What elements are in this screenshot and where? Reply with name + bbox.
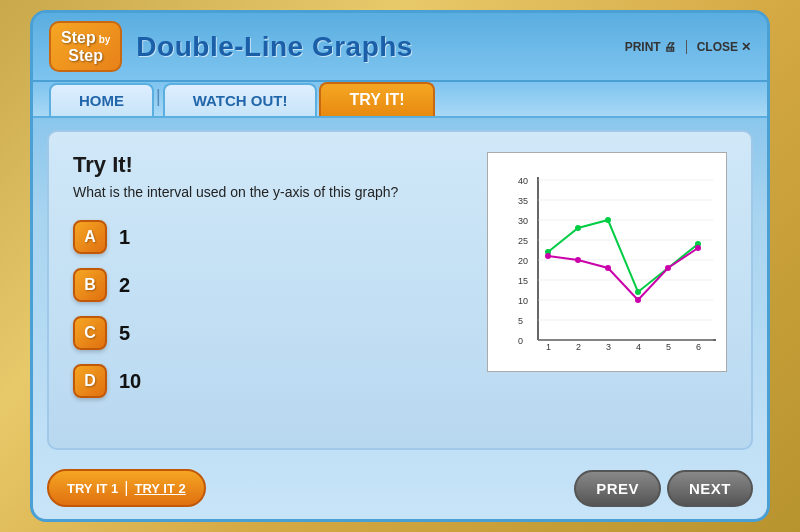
question-text: What is the interval used on the y-axis …: [73, 184, 467, 200]
next-button[interactable]: NEXT: [667, 470, 753, 507]
try-it-2-tab[interactable]: TRY IT 2: [134, 481, 185, 496]
left-panel: Try It! What is the interval used on the…: [73, 152, 467, 428]
tab-separator-1: |: [156, 86, 161, 113]
svg-point-35: [665, 265, 671, 271]
svg-text:35: 35: [518, 196, 528, 206]
try-it-tab-separator: |: [124, 479, 128, 497]
svg-text:2: 2: [576, 342, 581, 352]
tab-home[interactable]: HOME: [49, 83, 154, 116]
choice-c-label: 5: [119, 322, 130, 345]
svg-point-27: [575, 225, 581, 231]
tab-watchout[interactable]: WATCH OUT!: [163, 83, 318, 116]
svg-text:15: 15: [518, 276, 528, 286]
svg-text:4: 4: [636, 342, 641, 352]
bottom-bar: TRY IT 1 | TRY IT 2 PREV NEXT: [47, 469, 753, 507]
choice-b-badge: B: [73, 268, 107, 302]
svg-point-31: [545, 253, 551, 259]
try-it-1-tab[interactable]: TRY IT 1: [67, 481, 118, 496]
line-graph: 0 5 10 15 20 25 30 35 40 1 2 3 4: [518, 161, 718, 363]
svg-point-28: [605, 217, 611, 223]
svg-point-29: [635, 289, 641, 295]
choice-c[interactable]: C 5: [73, 316, 467, 350]
tab-tryit[interactable]: TRY IT!: [319, 82, 434, 116]
print-icon: 🖨: [664, 40, 676, 54]
svg-point-36: [695, 245, 701, 251]
svg-text:5: 5: [518, 316, 523, 326]
svg-text:25: 25: [518, 236, 528, 246]
choice-a-label: 1: [119, 226, 130, 249]
header: Step by Step Double-Line Graphs PRINT 🖨 …: [33, 13, 767, 82]
choice-d[interactable]: D 10: [73, 364, 467, 398]
svg-text:30: 30: [518, 216, 528, 226]
svg-point-32: [575, 257, 581, 263]
choice-d-label: 10: [119, 370, 141, 393]
logo-step1: Step: [61, 29, 96, 47]
section-title: Try It!: [73, 152, 467, 178]
close-icon: ✕: [741, 40, 751, 54]
main-frame: Step by Step Double-Line Graphs PRINT 🖨 …: [30, 10, 770, 522]
choice-b-label: 2: [119, 274, 130, 297]
svg-text:3: 3: [606, 342, 611, 352]
close-label: CLOSE: [697, 40, 738, 54]
nav-buttons: PREV NEXT: [574, 470, 753, 507]
svg-point-34: [635, 297, 641, 303]
main-content: Try It! What is the interval used on the…: [47, 130, 753, 450]
svg-text:10: 10: [518, 296, 528, 306]
choice-b[interactable]: B 2: [73, 268, 467, 302]
print-button[interactable]: PRINT 🖨: [625, 40, 676, 54]
tab-bar: HOME | WATCH OUT! TRY IT!: [33, 82, 767, 118]
try-it-tabs: TRY IT 1 | TRY IT 2: [47, 469, 206, 507]
logo: Step by Step: [49, 21, 122, 72]
svg-text:6: 6: [696, 342, 701, 352]
svg-point-33: [605, 265, 611, 271]
graph-container: 0 5 10 15 20 25 30 35 40 1 2 3 4: [487, 152, 727, 372]
logo-step2: Step: [68, 47, 103, 65]
choice-a-badge: A: [73, 220, 107, 254]
page-title: Double-Line Graphs: [136, 31, 413, 63]
svg-text:20: 20: [518, 256, 528, 266]
header-actions: PRINT 🖨 CLOSE ✕: [625, 40, 751, 54]
print-label: PRINT: [625, 40, 661, 54]
svg-text:0: 0: [518, 336, 523, 346]
close-button[interactable]: CLOSE ✕: [697, 40, 751, 54]
logo-by: by: [99, 34, 111, 45]
choice-c-badge: C: [73, 316, 107, 350]
prev-button[interactable]: PREV: [574, 470, 661, 507]
choice-d-badge: D: [73, 364, 107, 398]
choices-list: A 1 B 2 C 5 D 10: [73, 220, 467, 398]
choice-a[interactable]: A 1: [73, 220, 467, 254]
graph-panel: 0 5 10 15 20 25 30 35 40 1 2 3 4: [487, 152, 727, 428]
svg-text:1: 1: [546, 342, 551, 352]
svg-text:5: 5: [666, 342, 671, 352]
svg-text:40: 40: [518, 176, 528, 186]
header-divider: [686, 40, 687, 54]
